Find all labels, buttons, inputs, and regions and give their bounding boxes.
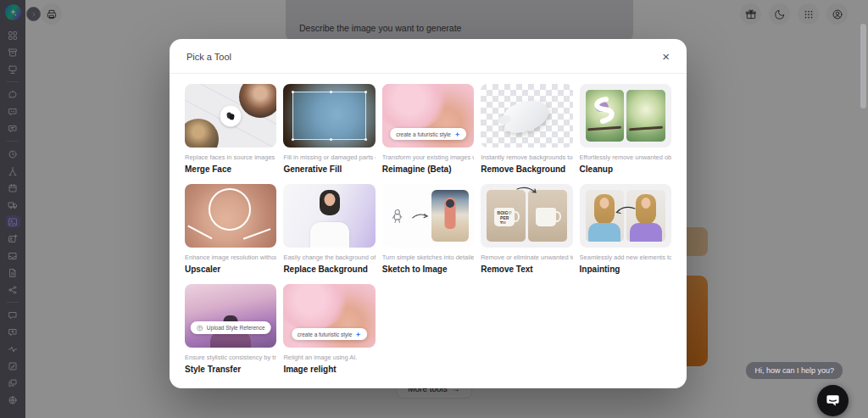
tool-card-merge-face[interactable]: Replace faces in source images wit... Me… xyxy=(185,84,276,174)
tool-card-generative-fill[interactable]: Fill in missing or damaged parts of ... … xyxy=(283,84,375,174)
curved-arrow-icon xyxy=(515,187,537,195)
tool-title: Reimagine (Beta) xyxy=(382,164,474,174)
tool-title: Upscaler xyxy=(185,265,276,274)
zoom-lens-circle xyxy=(209,188,251,231)
close-icon: × xyxy=(662,49,670,64)
tool-card-image-relight[interactable]: create a futuristic style Relight an ima… xyxy=(283,284,375,374)
tool-card-sketch-to-image[interactable]: Turn simple sketches into detailed, ... … xyxy=(382,184,474,274)
remove-text-thumbnail: BOIG♡ PER TU... xyxy=(481,184,572,248)
upload-style-label: Upload Style Reference xyxy=(207,325,265,331)
tool-card-upscaler[interactable]: Enhance image resolution without l... Up… xyxy=(185,184,276,274)
pick-a-tool-modal: Pick a Tool × Replace faces in source im… xyxy=(170,39,687,388)
tool-card-replace-background[interactable]: Easily change the background of a... Rep… xyxy=(283,184,375,274)
upscaler-thumbnail xyxy=(185,184,276,248)
prompt-chip: create a futuristic style xyxy=(292,328,368,340)
astronaut-photo xyxy=(431,190,469,242)
portrait-circle xyxy=(185,119,219,148)
tool-description: Turn simple sketches into detailed, ... xyxy=(382,254,474,261)
tool-description: Easily change the background of a... xyxy=(283,254,375,261)
tool-card-remove-background[interactable]: Instantly remove backgrounds to cr... Re… xyxy=(481,84,572,174)
close-button[interactable]: × xyxy=(662,50,670,63)
after-image xyxy=(528,190,567,242)
tool-description: Relight an image using AI. xyxy=(283,354,375,361)
tool-title: Remove Text xyxy=(481,265,572,274)
upload-style-chip: Upload Style Reference xyxy=(191,321,271,334)
arrow-right-icon xyxy=(411,212,430,220)
cleanup-thumbnail xyxy=(580,84,671,148)
after-image xyxy=(626,190,665,242)
tool-card-reimagine[interactable]: create a futuristic style Transform your… xyxy=(382,84,474,174)
tool-title: Generative Fill xyxy=(283,164,375,174)
mug-shape: BOIG♡ PER TU... xyxy=(494,207,515,226)
sparkle-icon xyxy=(355,332,361,337)
tool-title: Remove Background xyxy=(481,164,572,174)
replace-background-thumbnail xyxy=(283,184,375,248)
tool-description: Instantly remove backgrounds to cr... xyxy=(481,153,572,161)
sketch-doodle xyxy=(390,207,408,225)
after-image xyxy=(626,90,665,142)
mug-text: BOIG♡ PER TU... xyxy=(495,209,514,223)
chat-smile-icon xyxy=(825,393,841,409)
image-relight-thumbnail: create a futuristic style xyxy=(283,284,375,348)
brush-stroke xyxy=(589,95,618,129)
scrollbar-thumb[interactable] xyxy=(860,24,866,109)
modal-title: Pick a Tool xyxy=(186,52,231,62)
tool-grid: Replace faces in source images wit... Me… xyxy=(170,74,687,384)
style-transfer-thumbnail: Upload Style Reference xyxy=(185,284,276,348)
selection-rectangle xyxy=(292,92,365,140)
tool-title: Image relight xyxy=(283,365,375,374)
tool-description: Transform your existing images wit... xyxy=(382,153,474,161)
hand-shape xyxy=(501,96,553,137)
tool-title: Replace Background xyxy=(283,265,375,274)
tool-description: Ensure stylistic consistency by tran... xyxy=(185,354,276,361)
tool-title: Merge Face xyxy=(185,164,276,174)
portrait-circle xyxy=(239,84,276,118)
tool-description: Fill in missing or damaged parts of ... xyxy=(283,153,375,161)
inpainting-thumbnail xyxy=(580,184,671,248)
before-image xyxy=(586,190,625,242)
chat-launcher-button[interactable] xyxy=(817,385,849,416)
tool-title: Sketch to Image xyxy=(382,265,474,274)
before-image: BOIG♡ PER TU... xyxy=(487,190,526,242)
sketch-to-image-thumbnail xyxy=(382,184,474,248)
reimagine-thumbnail: create a futuristic style xyxy=(382,84,474,148)
tool-description: Seamlessly add new elements to y... xyxy=(580,254,671,261)
tool-card-cleanup[interactable]: Effortlessly remove unwanted obje... Cle… xyxy=(580,84,671,174)
theater-masks-icon xyxy=(220,105,242,126)
tool-description: Remove or eliminate unwanted text... xyxy=(481,254,572,261)
tool-card-inpainting[interactable]: Seamlessly add new elements to y... Inpa… xyxy=(580,184,671,274)
before-image xyxy=(586,90,625,142)
tool-title: Style Transfer xyxy=(185,365,276,374)
tool-card-remove-text[interactable]: BOIG♡ PER TU... Remove or eliminate unwa… xyxy=(481,184,572,274)
prompt-chip: create a futuristic style xyxy=(390,128,466,140)
chat-tooltip: Hi, how can I help you? xyxy=(746,362,843,379)
tool-description: Replace faces in source images wit... xyxy=(185,153,276,161)
merge-face-thumbnail xyxy=(185,84,276,148)
prompt-chip-label: create a futuristic style xyxy=(396,131,451,137)
upload-icon xyxy=(197,325,203,332)
tool-description: Effortlessly remove unwanted obje... xyxy=(580,153,671,161)
generative-fill-thumbnail xyxy=(283,84,375,148)
tool-title: Inpainting xyxy=(580,265,671,274)
remove-background-thumbnail xyxy=(481,84,572,148)
prompt-chip-label: create a futuristic style xyxy=(298,332,353,337)
tool-description: Enhance image resolution without l... xyxy=(185,254,276,261)
tool-title: Cleanup xyxy=(580,164,671,174)
curved-arrow-icon xyxy=(615,206,637,215)
tool-card-style-transfer[interactable]: Upload Style Reference Ensure stylistic … xyxy=(185,284,276,374)
sparkle-icon xyxy=(454,131,460,137)
